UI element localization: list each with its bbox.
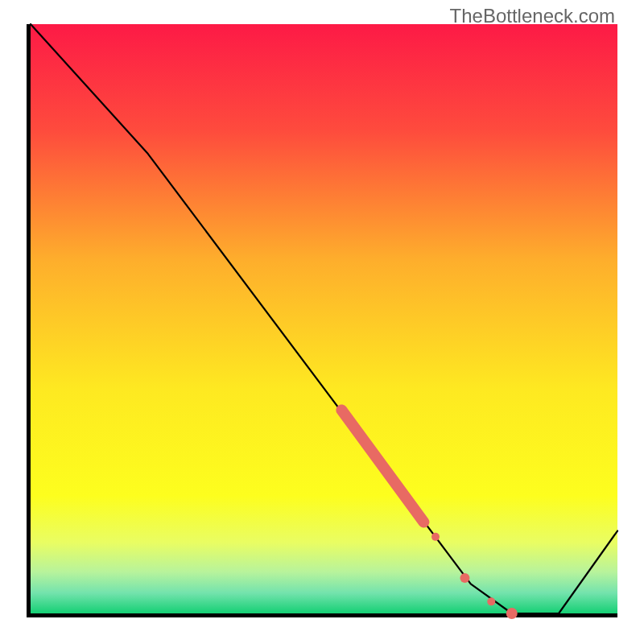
bottleneck-chart: TheBottleneck.com [0, 0, 644, 644]
svg-point-4 [431, 533, 440, 541]
svg-point-2 [487, 597, 495, 605]
plot-area [27, 24, 617, 617]
svg-point-1 [460, 573, 469, 583]
svg-point-3 [506, 608, 518, 619]
bottleneck-curve [31, 24, 617, 613]
